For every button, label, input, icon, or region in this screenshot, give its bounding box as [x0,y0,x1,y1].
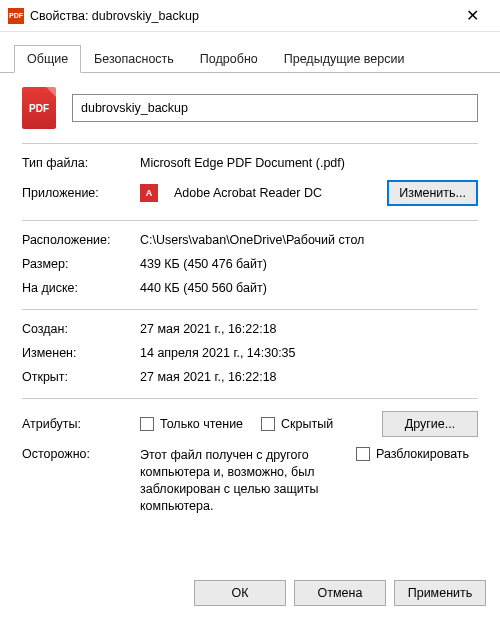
ondisk-row: На диске: 440 КБ (450 560 байт) [22,281,478,295]
file-type-label: Тип файла: [22,156,140,170]
advanced-button[interactable]: Другие... [382,411,478,437]
tab-content: PDF Тип файла: Microsoft Edge PDF Docume… [0,73,500,535]
hidden-checkbox[interactable]: Скрытый [261,417,333,431]
apply-button[interactable]: Применить [394,580,486,606]
filename-row: PDF [22,87,478,129]
ondisk-value: 440 КБ (450 560 байт) [140,281,478,295]
tab-previous-versions[interactable]: Предыдущие версии [271,45,418,73]
separator [22,220,478,221]
cancel-button[interactable]: Отмена [294,580,386,606]
size-row: Размер: 439 КБ (450 476 байт) [22,257,478,271]
created-row: Создан: 27 мая 2021 г., 16:22:18 [22,322,478,336]
checkbox-box [261,417,275,431]
security-content: Этот файл получен с другого компьютера и… [140,447,478,515]
size-value: 439 КБ (450 476 байт) [140,257,478,271]
separator [22,398,478,399]
app-value: Adobe Acrobat Reader DC [174,186,379,200]
file-type-row: Тип файла: Microsoft Edge PDF Document (… [22,156,478,170]
location-value: C:\Users\vaban\OneDrive\Рабочий стол [140,233,478,247]
titlebar: PDF Свойства: dubrovskiy_backup ✕ [0,0,500,32]
readonly-checkbox[interactable]: Только чтение [140,417,243,431]
filename-input[interactable] [72,94,478,122]
close-icon[interactable]: ✕ [452,8,492,24]
accessed-label: Открыт: [22,370,140,384]
attributes-row: Атрибуты: Только чтение Скрытый Другие..… [22,411,478,437]
accessed-value: 27 мая 2021 г., 16:22:18 [140,370,478,384]
separator [22,309,478,310]
app-row: Приложение: A Adobe Acrobat Reader DC Из… [22,180,478,206]
location-row: Расположение: C:\Users\vaban\OneDrive\Ра… [22,233,478,247]
ok-button[interactable]: ОК [194,580,286,606]
app-label: Приложение: [22,186,140,200]
modified-label: Изменен: [22,346,140,360]
acrobat-icon: A [140,184,158,202]
change-app-button[interactable]: Изменить... [387,180,478,206]
ondisk-label: На диске: [22,281,140,295]
pdf-app-icon: PDF [8,8,24,24]
attributes-label: Атрибуты: [22,417,140,431]
dialog-footer: ОК Отмена Применить [0,570,500,620]
tab-general[interactable]: Общие [14,45,81,73]
readonly-label: Только чтение [160,417,243,431]
unblock-label: Разблокировать [376,447,469,461]
created-label: Создан: [22,322,140,336]
created-value: 27 мая 2021 г., 16:22:18 [140,322,478,336]
attributes-controls: Только чтение Скрытый Другие... [140,411,478,437]
file-type-value: Microsoft Edge PDF Document (.pdf) [140,156,478,170]
modified-value: 14 апреля 2021 г., 14:30:35 [140,346,478,360]
separator [22,143,478,144]
size-label: Размер: [22,257,140,271]
location-label: Расположение: [22,233,140,247]
modified-row: Изменен: 14 апреля 2021 г., 14:30:35 [22,346,478,360]
security-label: Осторожно: [22,447,140,461]
checkbox-box [140,417,154,431]
hidden-label: Скрытый [281,417,333,431]
security-warning-row: Осторожно: Этот файл получен с другого к… [22,447,478,515]
checkbox-box [356,447,370,461]
unblock-checkbox[interactable]: Разблокировать [356,447,469,461]
window-title: Свойства: dubrovskiy_backup [30,9,452,23]
accessed-row: Открыт: 27 мая 2021 г., 16:22:18 [22,370,478,384]
tab-security[interactable]: Безопасность [81,45,187,73]
pdf-file-icon: PDF [22,87,56,129]
tab-strip: Общие Безопасность Подробно Предыдущие в… [0,32,500,73]
security-warning-text: Этот файл получен с другого компьютера и… [140,447,340,515]
tab-details[interactable]: Подробно [187,45,271,73]
app-value-wrap: A Adobe Acrobat Reader DC Изменить... [140,180,478,206]
